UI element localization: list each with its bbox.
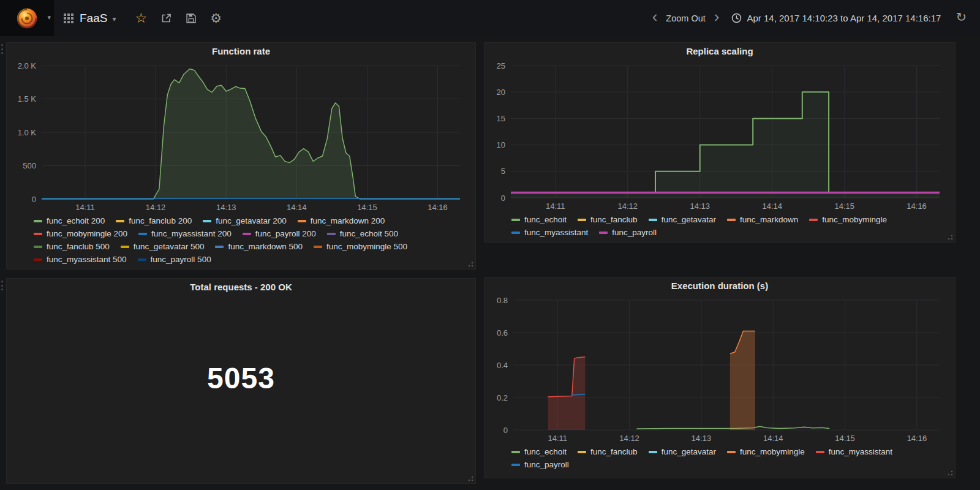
- svg-text:14:12: 14:12: [619, 434, 639, 443]
- zoom-out-button[interactable]: Zoom Out: [663, 13, 707, 23]
- series-color-icon: [314, 246, 322, 248]
- legend-item[interactable]: func_getavatar: [649, 213, 716, 226]
- series-color-icon: [34, 233, 42, 235]
- dashboard-picker[interactable]: FaaS ▾: [54, 0, 128, 36]
- legend-label: func_mobymingle: [822, 213, 887, 226]
- legend-item[interactable]: func_echoit: [511, 213, 567, 226]
- panel-title-replica-scaling[interactable]: Replica scaling: [484, 43, 955, 59]
- panel-execution-duration: Execution duration (s) 00.20.40.60.814:1…: [484, 277, 956, 478]
- star-icon: ☆: [135, 12, 147, 25]
- svg-text:14:11: 14:11: [548, 434, 568, 443]
- function-rate-legend: func_echoit 200func_fanclub 200func_geta…: [7, 214, 475, 268]
- stat-container: 5053: [7, 295, 475, 461]
- time-shift-back-button[interactable]: ‹: [646, 9, 664, 28]
- svg-text:14:16: 14:16: [907, 202, 927, 211]
- svg-text:1.5 K: 1.5 K: [18, 94, 37, 104]
- legend-label: func_payroll: [612, 226, 657, 239]
- legend-item[interactable]: func_mobymingle 500: [314, 240, 407, 253]
- legend-item[interactable]: func_getavatar: [649, 445, 716, 458]
- svg-text:20: 20: [497, 88, 505, 97]
- gear-icon: ⚙: [210, 12, 222, 24]
- svg-text:14:11: 14:11: [75, 203, 95, 212]
- series-color-icon: [578, 219, 586, 221]
- legend-item[interactable]: func_myassistant: [511, 226, 588, 239]
- legend-item[interactable]: func_echoit 200: [34, 214, 105, 227]
- series-color-icon: [203, 220, 211, 222]
- star-dashboard-button[interactable]: ☆: [128, 0, 154, 36]
- legend-label: func_fanclub 500: [47, 240, 110, 253]
- save-icon: [186, 13, 197, 24]
- panel-title-total-requests[interactable]: Total requests - 200 OK: [7, 279, 475, 295]
- legend-label: func_myassistant: [829, 445, 892, 458]
- legend-label: func_getavatar 200: [216, 214, 287, 227]
- execution-duration-chart[interactable]: 00.20.40.60.814:1114:1214:1314:1414:1514…: [488, 294, 951, 445]
- share-dashboard-button[interactable]: [154, 0, 179, 36]
- legend-item[interactable]: func_getavatar 200: [203, 214, 287, 227]
- legend-item[interactable]: func_payroll 200: [243, 227, 316, 240]
- legend-item[interactable]: func_fanclub 200: [116, 214, 192, 227]
- save-dashboard-button[interactable]: [179, 0, 203, 36]
- svg-text:14:14: 14:14: [287, 203, 307, 212]
- function-rate-chart[interactable]: 05001.0 K1.5 K2.0 K14:1114:1214:1314:141…: [10, 59, 471, 214]
- svg-text:500: 500: [23, 161, 36, 170]
- svg-text:0.2: 0.2: [497, 393, 508, 402]
- panel-resize-handle[interactable]: [467, 475, 474, 482]
- legend-item[interactable]: func_mobymingle 200: [34, 227, 127, 240]
- panel-total-requests: Total requests - 200 OK 5053: [6, 278, 476, 484]
- svg-text:14:12: 14:12: [146, 203, 166, 212]
- clock-icon: [731, 13, 742, 23]
- legend-item[interactable]: func_myassistant 200: [138, 227, 232, 240]
- series-color-icon: [649, 451, 657, 453]
- svg-text:1.0 K: 1.0 K: [18, 128, 37, 137]
- legend-item[interactable]: func_markdown 200: [298, 214, 385, 227]
- legend-item[interactable]: func_echoit 500: [327, 227, 398, 240]
- legend-item[interactable]: func_fanclub: [578, 213, 638, 226]
- series-color-icon: [121, 246, 129, 248]
- legend-item[interactable]: func_markdown: [727, 213, 798, 226]
- panel-resize-handle[interactable]: [946, 469, 954, 477]
- panel-title-execution-duration[interactable]: Execution duration (s): [484, 277, 955, 294]
- dashboard-settings-button[interactable]: ⚙: [203, 0, 228, 36]
- series-color-icon: [511, 219, 520, 221]
- series-color-icon: [298, 220, 306, 222]
- panel-title-function-rate[interactable]: Function rate: [7, 43, 475, 59]
- svg-text:14:15: 14:15: [357, 203, 377, 212]
- row-drag-handle[interactable]: [1, 281, 4, 290]
- total-requests-value: 5053: [207, 361, 275, 395]
- series-color-icon: [727, 219, 736, 221]
- legend-item[interactable]: func_fanclub 500: [34, 240, 110, 253]
- svg-text:14:14: 14:14: [762, 202, 782, 211]
- time-range-picker[interactable]: Apr 14, 2017 14:10:23 to Apr 14, 2017 14…: [725, 13, 947, 23]
- legend-item[interactable]: func_mobymingle: [727, 445, 805, 458]
- svg-text:14:13: 14:13: [690, 202, 710, 211]
- legend-item[interactable]: func_mobymingle: [809, 213, 887, 226]
- series-color-icon: [649, 219, 657, 221]
- series-color-icon: [578, 451, 586, 453]
- svg-text:14:13: 14:13: [216, 203, 236, 212]
- legend-item[interactable]: func_fanclub: [578, 445, 638, 458]
- grafana-logo[interactable]: ▾: [0, 0, 54, 36]
- legend-label: func_echoit 500: [340, 227, 398, 240]
- legend-item[interactable]: func_markdown 500: [215, 240, 303, 253]
- org-caret-icon[interactable]: ▾: [47, 13, 51, 21]
- refresh-button[interactable]: ↻: [947, 10, 973, 26]
- legend-item[interactable]: func_echoit: [511, 445, 567, 458]
- time-shift-forward-button[interactable]: ›: [708, 9, 726, 28]
- legend-label: func_echoit 200: [47, 214, 105, 227]
- row-drag-handle[interactable]: [1, 44, 4, 54]
- legend-item[interactable]: func_getavatar 500: [121, 240, 205, 253]
- panel-function-rate: Function rate 05001.0 K1.5 K2.0 K14:1114…: [6, 42, 476, 270]
- legend-item[interactable]: func_payroll: [599, 226, 657, 239]
- panel-resize-handle[interactable]: [467, 260, 474, 268]
- replica-scaling-chart[interactable]: 051015202514:1114:1214:1314:1414:1514:16: [488, 59, 951, 213]
- legend-item[interactable]: func_payroll 500: [138, 253, 211, 266]
- panel-resize-handle[interactable]: [946, 233, 954, 241]
- legend-item[interactable]: func_payroll: [511, 458, 569, 471]
- svg-text:14:16: 14:16: [428, 203, 448, 212]
- navbar: ▾ FaaS ▾ ☆ ⚙ ‹ Zoom Out ›: [0, 0, 980, 36]
- series-color-icon: [599, 232, 608, 234]
- legend-item[interactable]: func_myassistant: [816, 445, 892, 458]
- legend-item[interactable]: func_myassistant 500: [34, 253, 127, 266]
- series-color-icon: [511, 464, 520, 466]
- panel-replica-scaling: Replica scaling 051015202514:1114:1214:1…: [484, 42, 956, 243]
